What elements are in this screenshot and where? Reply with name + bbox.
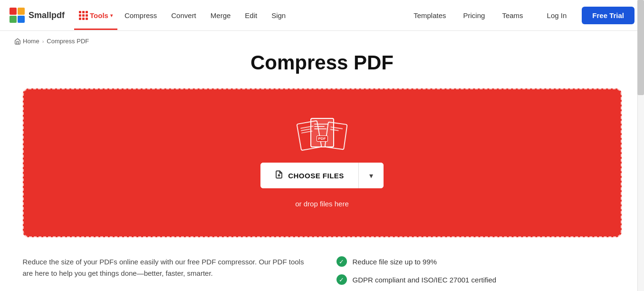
dropdown-button[interactable]: ▾ [359,163,384,188]
nav-templates[interactable]: Templates [405,0,454,31]
choose-files-label: CHOOSE FILES [288,172,344,180]
header-right: Templates Pricing Teams Log In Free Tria… [405,0,634,31]
dropdown-chevron-icon: ▾ [369,171,373,180]
right-nav: Templates Pricing Teams [405,0,531,31]
tools-button[interactable]: Tools ▾ [74,11,117,20]
info-section: Reduce the size of your PDFs online easi… [23,256,622,291]
svg-rect-3 [18,16,25,23]
scrollbar[interactable] [637,0,644,291]
features-list: ✓ Reduce file size up to 99% ✓ GDPR comp… [336,256,622,291]
choose-files-row: CHOOSE FILES ▾ [260,163,384,188]
tools-label: Tools [90,11,108,19]
svg-rect-0 [10,8,17,15]
info-description: Reduce the size of your PDFs online easi… [23,256,308,279]
svg-rect-1 [18,8,25,15]
logo-icon [10,8,25,23]
pdf-doc-center: PDF [310,118,334,147]
pdf-label: PDF [317,136,328,142]
home-icon [14,38,21,45]
feature-item: ✓ Reduce file size up to 99% [336,256,622,267]
nav-edit[interactable]: Edit [238,0,264,31]
feature-item: ✓ GDPR compliant and ISO/IEC 27001 certi… [336,274,622,285]
drop-text: or drop files here [295,200,349,208]
chevron-down-icon: ▾ [110,13,113,18]
main-nav: Compress Convert Merge Edit Sign [117,0,293,31]
grid-icon [79,11,88,20]
nav-teams[interactable]: Teams [493,0,531,31]
nav-convert[interactable]: Convert [164,0,203,31]
logo[interactable]: Smallpdf [10,8,65,23]
logo-text: Smallpdf [29,10,65,20]
feature-text: GDPR compliant and ISO/IEC 27001 certifi… [353,276,497,284]
check-icon: ✓ [336,274,347,285]
main-content: Compress PDF [9,51,636,291]
page-title: Compress PDF [23,51,622,74]
breadcrumb-current: Compress PDF [47,38,89,45]
svg-rect-2 [10,16,17,23]
check-icon: ✓ [336,256,347,267]
breadcrumb: Home › Compress PDF [0,31,644,51]
login-button[interactable]: Log In [539,8,575,23]
breadcrumb-home[interactable]: Home [14,38,39,45]
feature-text: Reduce file size up to 99% [353,258,437,266]
upload-file-icon [275,170,283,179]
drop-zone[interactable]: PDF CHOOSE FILES ▾ or dr [23,88,622,237]
breadcrumb-separator: › [42,39,44,44]
free-trial-button[interactable]: Free Trial [582,7,634,24]
nav-pricing[interactable]: Pricing [455,0,494,31]
choose-files-button[interactable]: CHOOSE FILES [260,163,358,188]
scrollbar-thumb[interactable] [637,0,644,95]
nav-compress[interactable]: Compress [117,0,164,31]
file-icon [275,170,283,182]
header: Smallpdf Tools ▾ Compress Convert Merge … [0,0,644,31]
nav-merge[interactable]: Merge [203,0,238,31]
pdf-icon-group: PDF [298,118,346,151]
nav-sign[interactable]: Sign [264,0,293,31]
